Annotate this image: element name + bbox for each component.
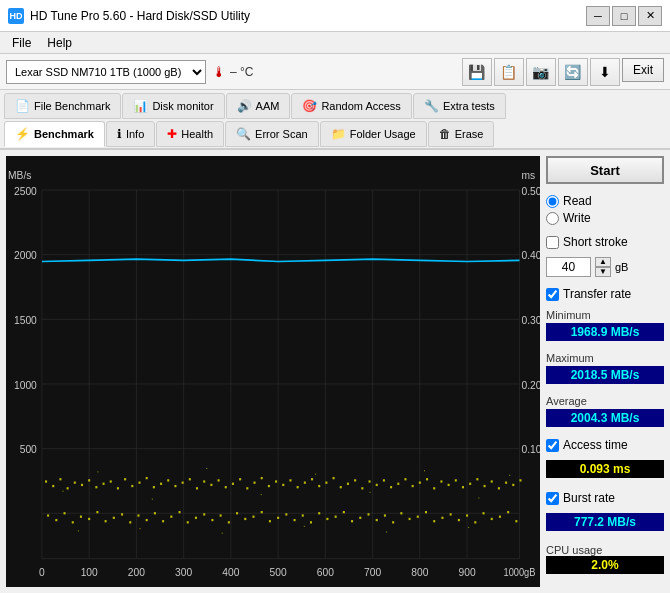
svg-rect-42: [45, 480, 47, 482]
menu-file[interactable]: File: [4, 34, 39, 52]
svg-text:0.10: 0.10: [522, 443, 540, 456]
svg-rect-105: [498, 487, 500, 489]
access-time-checkbox[interactable]: [546, 439, 559, 452]
svg-rect-125: [179, 511, 181, 513]
tab-folder-usage[interactable]: 📁 Folder Usage: [320, 121, 427, 147]
svg-rect-155: [425, 511, 427, 513]
svg-rect-129: [211, 519, 213, 521]
svg-rect-174: [424, 470, 425, 471]
camera-icon-button[interactable]: 📷: [526, 58, 556, 86]
svg-rect-142: [318, 512, 320, 514]
cpu-usage-value: 2.0%: [546, 556, 664, 574]
transfer-rate-checkbox[interactable]: [546, 288, 559, 301]
average-stat: Average 2004.3 MB/s: [546, 395, 664, 430]
write-radio-label[interactable]: Write: [546, 211, 664, 225]
svg-rect-134: [252, 516, 254, 518]
svg-rect-165: [507, 511, 509, 513]
read-radio-label[interactable]: Read: [546, 194, 664, 208]
save-icon-button[interactable]: 💾: [462, 58, 492, 86]
svg-rect-176: [509, 475, 510, 476]
svg-rect-128: [203, 513, 205, 515]
svg-rect-111: [64, 512, 66, 514]
svg-rect-74: [275, 480, 277, 482]
tab-benchmark[interactable]: ⚡ Benchmark: [4, 121, 105, 147]
svg-rect-119: [129, 521, 131, 523]
svg-rect-147: [359, 517, 361, 519]
main-content: 2500 2000 1500 1000 500 MB/s 0.50 0.40 0…: [0, 150, 670, 593]
svg-text:0: 0: [39, 565, 45, 578]
short-stroke-label[interactable]: Short stroke: [546, 235, 664, 249]
short-stroke-checkbox[interactable]: [546, 236, 559, 249]
svg-rect-162: [482, 512, 484, 514]
write-radio[interactable]: [546, 212, 559, 225]
disk-monitor-icon: 📊: [133, 99, 148, 113]
svg-text:1000gB: 1000gB: [504, 566, 536, 578]
svg-rect-82: [333, 477, 335, 479]
spin-up-button[interactable]: ▲: [595, 257, 611, 267]
tab-file-benchmark[interactable]: 📄 File Benchmark: [4, 93, 121, 119]
svg-rect-102: [476, 478, 478, 480]
temperature-value: – °C: [230, 65, 253, 79]
svg-rect-75: [282, 484, 284, 486]
svg-rect-46: [74, 482, 76, 484]
access-time-checkbox-label[interactable]: Access time: [546, 438, 664, 452]
spin-down-button[interactable]: ▼: [595, 267, 611, 277]
transfer-rate-label[interactable]: Transfer rate: [546, 287, 664, 301]
svg-rect-117: [113, 517, 115, 519]
svg-rect-146: [351, 520, 353, 522]
read-write-group: Read Write: [546, 194, 664, 225]
svg-text:0.30: 0.30: [522, 313, 540, 326]
svg-rect-72: [261, 477, 263, 479]
svg-rect-92: [404, 478, 406, 480]
svg-rect-68: [232, 483, 234, 485]
svg-rect-175: [478, 497, 479, 498]
svg-rect-135: [261, 511, 263, 513]
short-stroke-input[interactable]: [546, 257, 591, 277]
refresh-icon-button[interactable]: 🔄: [558, 58, 588, 86]
svg-rect-98: [448, 484, 450, 486]
svg-rect-130: [220, 514, 222, 516]
svg-text:0.50: 0.50: [522, 184, 540, 197]
svg-rect-45: [67, 487, 69, 489]
svg-rect-60: [174, 485, 176, 487]
tab-health[interactable]: ✚ Health: [156, 121, 224, 147]
burst-rate-checkbox[interactable]: [546, 492, 559, 505]
exit-button[interactable]: Exit: [622, 58, 664, 82]
svg-rect-178: [140, 528, 141, 529]
svg-rect-62: [189, 478, 191, 480]
erase-icon: 🗑: [439, 127, 451, 141]
svg-rect-161: [474, 521, 476, 523]
burst-rate-checkbox-label[interactable]: Burst rate: [546, 491, 664, 505]
svg-rect-145: [343, 511, 345, 513]
close-button[interactable]: ✕: [638, 6, 662, 26]
svg-rect-106: [505, 482, 507, 484]
read-radio[interactable]: [546, 195, 559, 208]
tab-random-access[interactable]: 🎯 Random Access: [291, 93, 411, 119]
tab-disk-monitor[interactable]: 📊 Disk monitor: [122, 93, 224, 119]
start-button[interactable]: Start: [546, 156, 664, 184]
cpu-usage-stat: CPU usage 2.0%: [546, 542, 664, 574]
svg-text:1500: 1500: [14, 313, 37, 326]
svg-rect-182: [468, 527, 469, 528]
svg-text:1000: 1000: [14, 378, 37, 391]
tab-error-scan[interactable]: 🔍 Error Scan: [225, 121, 319, 147]
menu-help[interactable]: Help: [39, 34, 80, 52]
download-icon-button[interactable]: ⬇: [590, 58, 620, 86]
svg-rect-73: [268, 485, 270, 487]
svg-text:700: 700: [364, 565, 381, 578]
tab-info[interactable]: ℹ Info: [106, 121, 155, 147]
svg-rect-104: [491, 480, 493, 482]
svg-rect-95: [426, 478, 428, 480]
tab-aam[interactable]: 🔊 AAM: [226, 93, 291, 119]
health-icon: ✚: [167, 127, 177, 141]
maximize-button[interactable]: □: [612, 6, 636, 26]
svg-rect-59: [167, 479, 169, 481]
minimize-button[interactable]: ─: [586, 6, 610, 26]
tab-extra-tests[interactable]: 🔧 Extra tests: [413, 93, 506, 119]
tab-erase[interactable]: 🗑 Erase: [428, 121, 495, 147]
svg-rect-83: [340, 486, 342, 488]
svg-rect-116: [105, 520, 107, 522]
copy-icon-button[interactable]: 📋: [494, 58, 524, 86]
svg-rect-87: [369, 480, 371, 482]
drive-selector[interactable]: Lexar SSD NM710 1TB (1000 gB): [6, 60, 206, 84]
